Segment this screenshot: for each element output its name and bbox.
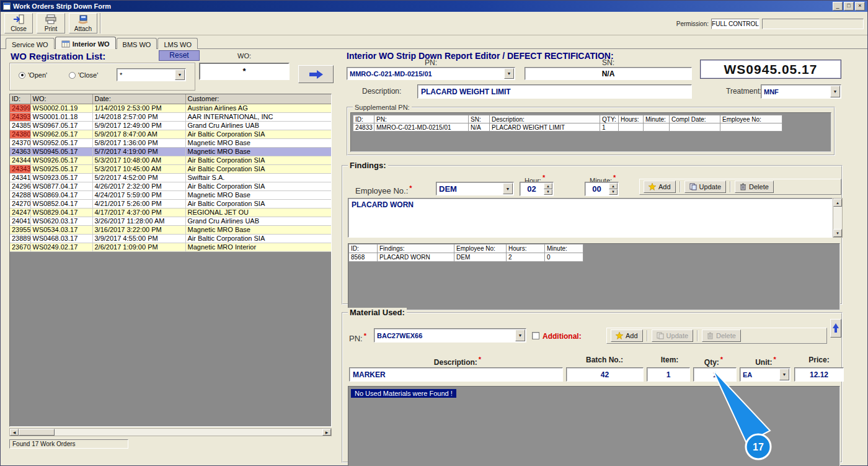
table-cell[interactable]: WS0869.04.17 xyxy=(30,190,92,199)
table-cell[interactable]: 4/21/2017 5:26:00 PM xyxy=(92,199,185,208)
column-header[interactable]: Employee No: xyxy=(720,115,782,123)
table-row[interactable]: 24288WS0869.04.174/24/2017 5:59:00 PMMag… xyxy=(10,190,331,199)
table-row[interactable]: 24296WS0877.04.174/26/2017 2:32:00 PMAir… xyxy=(10,182,331,190)
material-update-button[interactable]: Update xyxy=(652,329,693,342)
table-cell[interactable] xyxy=(644,123,670,132)
table-cell[interactable]: WS0923.05.17 xyxy=(30,173,92,182)
table-cell[interactable]: WS0620.03.17 xyxy=(30,217,92,225)
column-header[interactable]: WO: xyxy=(30,94,92,104)
table-cell[interactable]: Air Baltic Corporation SIA xyxy=(185,199,331,208)
table-cell[interactable]: 5/8/2017 1:36:00 PM xyxy=(92,138,185,147)
close-window-button[interactable]: × xyxy=(855,2,865,11)
table-cell[interactable]: Air Baltic Corporation SIA xyxy=(185,130,331,138)
additional-checkbox[interactable] xyxy=(532,332,539,339)
table-row[interactable]: 8568PLACARD WORNDEM20 xyxy=(349,253,583,262)
table-cell[interactable]: 2/6/2017 1:09:00 PM xyxy=(92,243,185,251)
spin-up-icon[interactable]: ▲ xyxy=(544,183,552,189)
table-row[interactable]: 23955WS0534.03.173/16/2017 3:22:00 PMMag… xyxy=(10,225,331,234)
spin-up-icon[interactable]: ▲ xyxy=(609,183,618,189)
table-cell[interactable]: Magnetic MRO Base xyxy=(185,147,331,156)
hour-spinner[interactable]: 02 ▲ ▼ xyxy=(520,182,554,196)
table-cell[interactable]: Magnetic MRO Base xyxy=(185,190,331,199)
scroll-right-icon[interactable]: ▶ xyxy=(322,429,331,436)
table-cell[interactable]: PLACARD WEIGHT LIMIT xyxy=(490,123,600,132)
table-cell[interactable]: WS0925.05.17 xyxy=(30,164,92,173)
table-cell[interactable]: 5/9/2017 12:49:00 PM xyxy=(92,121,185,130)
table-row[interactable]: 24247WS0829.04.174/17/2017 4:37:00 PMREG… xyxy=(10,208,331,217)
table-cell[interactable]: 24833 xyxy=(353,123,374,132)
table-cell[interactable]: 24288 xyxy=(10,190,30,199)
table-cell[interactable]: 24270 xyxy=(10,199,30,208)
maximize-button[interactable]: □ xyxy=(844,2,854,11)
description-field[interactable]: PLACARD WEIGHT LIMIT xyxy=(417,84,692,99)
table-cell[interactable]: 4/17/2017 4:37:00 PM xyxy=(92,208,185,217)
table-cell[interactable]: 24247 xyxy=(10,208,30,217)
table-row[interactable]: 24393WS0001.01.181/4/2018 2:57:00 PMAAR … xyxy=(10,112,331,121)
table-cell[interactable]: WS0967.05.17 xyxy=(30,121,92,130)
table-cell[interactable]: DEM xyxy=(454,253,507,262)
employee-no-combo[interactable]: DEM ▼ xyxy=(436,182,514,195)
table-row[interactable]: 24344WS0926.05.175/3/2017 10:48:00 AMAir… xyxy=(10,156,331,164)
table-cell[interactable]: Swiftair S.A. xyxy=(185,173,331,182)
scrollbar-thumb[interactable] xyxy=(19,429,55,436)
table-cell[interactable]: WS0852.04.17 xyxy=(30,199,92,208)
table-cell[interactable] xyxy=(720,123,782,132)
chevron-down-icon[interactable]: ▼ xyxy=(515,329,525,341)
table-cell[interactable]: 23889 xyxy=(10,234,30,243)
chevron-down-icon[interactable]: ▼ xyxy=(779,369,789,380)
table-cell[interactable]: 4/26/2017 2:32:00 PM xyxy=(92,182,185,190)
table-row[interactable]: 24380WS0962.05.175/9/2017 8:47:00 AMAir … xyxy=(10,130,331,138)
search-go-button[interactable] xyxy=(298,65,334,83)
chevron-down-icon[interactable]: ▼ xyxy=(175,69,185,80)
table-cell[interactable]: WS0945.05.17 xyxy=(30,147,92,156)
table-row[interactable]: 23889WS0468.03.173/9/2017 4:55:00 PMAir … xyxy=(10,234,331,243)
table-cell[interactable]: 24296 xyxy=(10,182,30,190)
pn-combo[interactable]: MMRO-C-021-MD-0215/01 ▼ xyxy=(347,67,515,80)
column-header[interactable]: Date: xyxy=(92,94,185,104)
findings-delete-button[interactable]: Delete xyxy=(735,181,774,193)
table-cell[interactable]: 2 xyxy=(507,253,545,262)
table-cell[interactable]: WS0002.01.19 xyxy=(30,104,92,112)
attach-button[interactable]: Attach xyxy=(69,13,97,34)
table-cell[interactable]: 3/26/2017 11:28:00 AM xyxy=(92,217,185,225)
memo-vertical-scrollbar[interactable]: ▲ ▼ xyxy=(833,198,843,238)
findings-update-button[interactable]: Update xyxy=(684,181,726,193)
table-cell[interactable]: 24344 xyxy=(10,156,30,164)
chevron-down-icon[interactable]: ▼ xyxy=(504,68,514,79)
table-cell[interactable]: Air Baltic Corporation SIA xyxy=(185,182,331,190)
table-cell[interactable]: 23670 xyxy=(10,243,30,251)
close-button[interactable]: Close xyxy=(4,13,33,34)
table-cell[interactable]: 3/16/2017 3:22:00 PM xyxy=(92,225,185,234)
tab-bms-wo[interactable]: BMS WO xyxy=(117,38,157,49)
table-cell[interactable]: 8568 xyxy=(349,253,378,262)
treatment-combo[interactable]: MNF ▼ xyxy=(761,84,841,99)
table-row[interactable]: 24363WS0945.05.175/7/2017 4:19:00 PMMagn… xyxy=(10,147,331,156)
table-row[interactable]: 24041WS0620.03.173/26/2017 11:28:00 AMGr… xyxy=(10,217,331,225)
chevron-down-icon[interactable]: ▼ xyxy=(830,86,840,97)
scroll-up-icon[interactable]: ▲ xyxy=(833,199,842,207)
table-cell[interactable]: Magnetic MRO Base xyxy=(185,138,331,147)
column-header[interactable]: Hours: xyxy=(507,244,545,253)
table-cell[interactable]: 4/24/2017 5:59:00 PM xyxy=(92,190,185,199)
column-header[interactable]: ID: xyxy=(10,94,30,104)
price-field[interactable]: 12.12 xyxy=(794,367,844,382)
table-row[interactable]: 24343WS0925.05.175/3/2017 10:45:00 AMAir… xyxy=(10,164,331,173)
table-cell[interactable]: Air Baltic Corporation SIA xyxy=(185,156,331,164)
sn-field[interactable]: N/A xyxy=(525,67,692,80)
column-header[interactable]: QTY: xyxy=(600,115,619,123)
material-pn-combo[interactable]: BAC27WEX66 ▼ xyxy=(374,328,526,343)
column-header[interactable]: Compl Date: xyxy=(670,115,720,123)
table-row[interactable]: 24833MMRO-C-021-MD-0215/01N/APLACARD WEI… xyxy=(353,123,782,132)
column-header[interactable]: Employee No: xyxy=(454,244,507,253)
column-header[interactable]: Customer: xyxy=(185,94,331,104)
spin-down-icon[interactable]: ▼ xyxy=(544,189,552,195)
table-cell[interactable]: WS0926.05.17 xyxy=(30,156,92,164)
horizontal-scrollbar[interactable]: ◀ ▶ xyxy=(9,428,332,436)
table-cell[interactable]: WS0877.04.17 xyxy=(30,182,92,190)
table-cell[interactable]: 24370 xyxy=(10,138,30,147)
table-cell[interactable]: 0 xyxy=(545,253,583,262)
column-header[interactable]: Findings: xyxy=(378,244,454,253)
table-row[interactable]: 24399WS0002.01.191/14/2019 2:53:00 PMAus… xyxy=(10,104,331,112)
table-cell[interactable]: 24343 xyxy=(10,164,30,173)
reset-button[interactable]: Reset xyxy=(159,50,200,61)
